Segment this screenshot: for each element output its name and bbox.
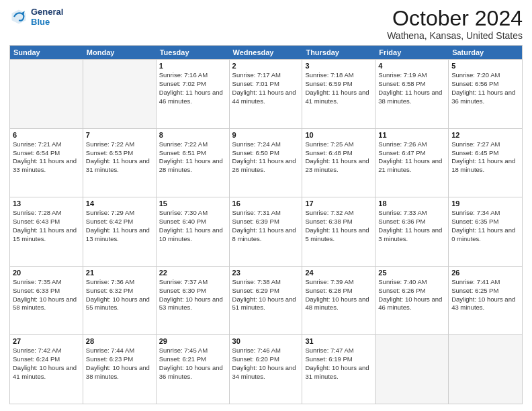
sunrise-text: Sunrise: 7:41 AM — [451, 278, 519, 287]
daylight-text: Daylight: 11 hours and 0 minutes. — [451, 226, 519, 244]
sunset-text: Sunset: 6:58 PM — [378, 80, 445, 89]
sunrise-text: Sunrise: 7:16 AM — [159, 71, 226, 80]
day-number: 15 — [159, 199, 226, 208]
sunrise-text: Sunrise: 7:19 AM — [378, 71, 445, 80]
sunset-text: Sunset: 6:28 PM — [305, 287, 372, 295]
sunrise-text: Sunrise: 7:44 AM — [86, 347, 153, 355]
sunrise-text: Sunrise: 7:47 AM — [305, 347, 372, 355]
sunrise-text: Sunrise: 7:35 AM — [13, 278, 80, 287]
daylight-text: Daylight: 11 hours and 23 minutes. — [305, 157, 372, 175]
sunset-text: Sunset: 7:02 PM — [159, 80, 226, 89]
week-row-3: 20 Sunrise: 7:35 AM Sunset: 6:33 PM Dayl… — [10, 266, 522, 335]
day-number: 2 — [232, 62, 300, 70]
daylight-text: Daylight: 11 hours and 10 minutes. — [159, 226, 226, 244]
day-number: 7 — [86, 131, 153, 139]
day-number: 25 — [378, 269, 445, 277]
day-number: 6 — [13, 131, 80, 139]
sunset-text: Sunset: 6:40 PM — [159, 218, 226, 226]
daylight-text: Daylight: 10 hours and 43 minutes. — [451, 295, 519, 313]
cell-2-0: 13 Sunrise: 7:28 AM Sunset: 6:43 PM Dayl… — [10, 197, 83, 266]
header-monday: Monday — [83, 46, 157, 59]
cell-4-3: 30 Sunrise: 7:46 AM Sunset: 6:20 PM Dayl… — [230, 335, 303, 404]
sunset-text: Sunset: 6:23 PM — [86, 355, 153, 364]
daylight-text: Daylight: 10 hours and 38 minutes. — [86, 364, 153, 381]
cell-0-1 — [83, 60, 157, 128]
sunset-text: Sunset: 6:26 PM — [378, 287, 445, 295]
cell-3-3: 23 Sunrise: 7:38 AM Sunset: 6:29 PM Dayl… — [230, 267, 303, 335]
daylight-text: Daylight: 11 hours and 33 minutes. — [13, 157, 80, 175]
sunrise-text: Sunrise: 7:18 AM — [305, 71, 372, 80]
logo-text: General Blue — [31, 7, 63, 27]
sunrise-text: Sunrise: 7:22 AM — [159, 140, 226, 149]
day-number: 5 — [451, 62, 519, 70]
cell-4-2: 29 Sunrise: 7:45 AM Sunset: 6:21 PM Dayl… — [157, 335, 230, 404]
day-number: 21 — [86, 269, 153, 277]
sunset-text: Sunset: 6:30 PM — [159, 287, 226, 295]
day-number: 16 — [232, 199, 300, 208]
daylight-text: Daylight: 10 hours and 58 minutes. — [13, 295, 80, 313]
cell-2-4: 17 Sunrise: 7:32 AM Sunset: 6:38 PM Dayl… — [302, 197, 375, 266]
day-number: 17 — [305, 199, 372, 208]
day-number: 29 — [159, 337, 226, 345]
logo: General Blue — [9, 7, 63, 27]
sunrise-text: Sunrise: 7:20 AM — [451, 71, 519, 80]
day-number: 18 — [378, 199, 445, 208]
page: General Blue October 2024 Wathena, Kansa… — [0, 0, 532, 411]
cell-1-5: 11 Sunrise: 7:26 AM Sunset: 6:47 PM Dayl… — [375, 129, 449, 197]
day-number: 3 — [305, 62, 372, 70]
day-number: 13 — [13, 199, 80, 208]
cell-2-5: 18 Sunrise: 7:33 AM Sunset: 6:36 PM Dayl… — [375, 197, 449, 266]
sunrise-text: Sunrise: 7:17 AM — [232, 71, 300, 80]
cell-1-2: 8 Sunrise: 7:22 AM Sunset: 6:51 PM Dayli… — [157, 129, 230, 197]
cell-4-1: 28 Sunrise: 7:44 AM Sunset: 6:23 PM Dayl… — [83, 335, 157, 404]
header-friday: Friday — [375, 46, 449, 59]
day-number: 19 — [451, 199, 519, 208]
cell-2-6: 19 Sunrise: 7:34 AM Sunset: 6:35 PM Dayl… — [449, 197, 522, 266]
cell-3-1: 21 Sunrise: 7:36 AM Sunset: 6:32 PM Dayl… — [83, 267, 157, 335]
daylight-text: Daylight: 11 hours and 44 minutes. — [232, 89, 300, 106]
sunrise-text: Sunrise: 7:45 AM — [159, 347, 226, 355]
daylight-text: Daylight: 10 hours and 46 minutes. — [378, 295, 445, 313]
sunset-text: Sunset: 6:29 PM — [232, 287, 300, 295]
header: General Blue October 2024 Wathena, Kansa… — [9, 7, 523, 41]
sunset-text: Sunset: 6:45 PM — [451, 149, 519, 158]
daylight-text: Daylight: 11 hours and 46 minutes. — [159, 89, 226, 106]
day-number: 10 — [305, 131, 372, 139]
header-thursday: Thursday — [302, 46, 375, 59]
week-row-0: 1 Sunrise: 7:16 AM Sunset: 7:02 PM Dayli… — [10, 59, 522, 128]
header-saturday: Saturday — [449, 46, 522, 59]
calendar-header: Sunday Monday Tuesday Wednesday Thursday… — [10, 46, 522, 59]
sunrise-text: Sunrise: 7:33 AM — [378, 209, 445, 218]
sunset-text: Sunset: 6:39 PM — [232, 218, 300, 226]
location-title: Wathena, Kansas, United States — [387, 30, 523, 41]
day-number: 27 — [13, 337, 80, 345]
daylight-text: Daylight: 11 hours and 21 minutes. — [378, 157, 445, 175]
header-tuesday: Tuesday — [157, 46, 230, 59]
sunrise-text: Sunrise: 7:27 AM — [451, 140, 519, 149]
sunset-text: Sunset: 6:24 PM — [13, 355, 80, 364]
sunset-text: Sunset: 6:50 PM — [232, 149, 300, 158]
sunset-text: Sunset: 7:01 PM — [232, 80, 300, 89]
cell-0-0 — [10, 60, 83, 128]
cell-3-5: 25 Sunrise: 7:40 AM Sunset: 6:26 PM Dayl… — [375, 267, 449, 335]
sunrise-text: Sunrise: 7:21 AM — [13, 140, 80, 149]
sunset-text: Sunset: 6:38 PM — [305, 218, 372, 226]
cell-4-0: 27 Sunrise: 7:42 AM Sunset: 6:24 PM Dayl… — [10, 335, 83, 404]
sunrise-text: Sunrise: 7:46 AM — [232, 347, 300, 355]
month-title: October 2024 — [387, 7, 523, 30]
cell-0-6: 5 Sunrise: 7:20 AM Sunset: 6:56 PM Dayli… — [449, 60, 522, 128]
header-wednesday: Wednesday — [230, 46, 303, 59]
week-row-2: 13 Sunrise: 7:28 AM Sunset: 6:43 PM Dayl… — [10, 197, 522, 266]
cell-2-3: 16 Sunrise: 7:31 AM Sunset: 6:39 PM Dayl… — [230, 197, 303, 266]
daylight-text: Daylight: 10 hours and 55 minutes. — [86, 295, 153, 313]
cell-2-2: 15 Sunrise: 7:30 AM Sunset: 6:40 PM Dayl… — [157, 197, 230, 266]
day-number: 26 — [451, 269, 519, 277]
day-number: 8 — [159, 131, 226, 139]
day-number: 30 — [232, 337, 300, 345]
sunrise-text: Sunrise: 7:39 AM — [305, 278, 372, 287]
daylight-text: Daylight: 11 hours and 31 minutes. — [86, 157, 153, 175]
sunrise-text: Sunrise: 7:28 AM — [13, 209, 80, 218]
cell-0-5: 4 Sunrise: 7:19 AM Sunset: 6:58 PM Dayli… — [375, 60, 449, 128]
cell-4-5 — [375, 335, 449, 404]
day-number: 9 — [232, 131, 300, 139]
